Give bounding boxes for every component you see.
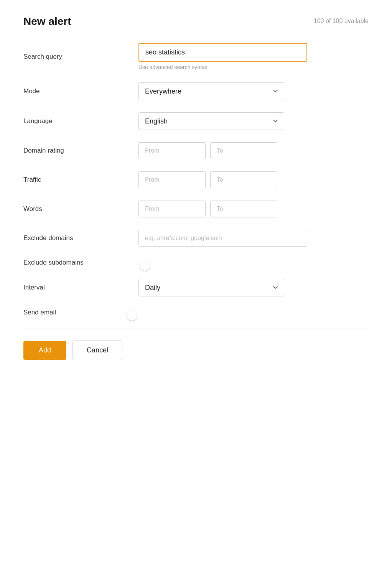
exclude-subdomains-area [138, 259, 369, 266]
add-button[interactable]: Add [23, 341, 66, 360]
cancel-button[interactable]: Cancel [72, 341, 122, 360]
domain-rating-to[interactable] [210, 142, 277, 159]
mode-area: Everywhere In title In URL In content [138, 82, 369, 100]
traffic-label: Traffic [23, 176, 138, 184]
domain-rating-from[interactable] [138, 142, 206, 159]
send-email-knob [127, 311, 137, 321]
traffic-to[interactable] [210, 171, 277, 188]
traffic-row: Traffic [23, 171, 369, 188]
send-email-area [138, 309, 369, 316]
domain-rating-area [138, 142, 369, 159]
mode-label: Mode [23, 87, 138, 95]
search-query-row: Search query Use advanced search syntax [23, 43, 369, 70]
words-from[interactable] [138, 201, 206, 217]
words-range [138, 201, 369, 217]
language-area: English Spanish French German Chinese [138, 112, 369, 130]
exclude-subdomains-label: Exclude subdomains [23, 259, 138, 267]
send-email-row: Send email [23, 309, 369, 316]
traffic-area [138, 171, 369, 188]
exclude-domains-label: Exclude domains [23, 234, 138, 242]
exclude-domains-row: Exclude domains [23, 230, 369, 247]
domain-rating-row: Domain rating [23, 142, 369, 159]
search-query-input[interactable] [138, 43, 307, 62]
language-select[interactable]: English Spanish French German Chinese [138, 112, 284, 130]
available-count: 100 of 100 available [314, 15, 369, 25]
domain-rating-range [138, 142, 369, 159]
mode-row: Mode Everywhere In title In URL In conte… [23, 82, 369, 100]
header-row: New alert 100 of 100 available [23, 15, 369, 28]
search-query-label: Search query [23, 53, 138, 61]
traffic-range [138, 171, 369, 188]
exclude-subdomains-knob [140, 261, 150, 271]
interval-select[interactable]: Daily Weekly Monthly [138, 279, 284, 296]
interval-area: Daily Weekly Monthly [138, 279, 369, 296]
traffic-from[interactable] [138, 171, 206, 188]
search-hint: Use advanced search syntax [138, 64, 369, 70]
domain-rating-label: Domain rating [23, 147, 138, 155]
exclude-domains-area [138, 230, 369, 247]
interval-label: Interval [23, 284, 138, 291]
new-alert-form: New alert 100 of 100 available Search qu… [23, 15, 369, 360]
footer-buttons: Add Cancel [23, 341, 369, 360]
exclude-domains-input[interactable] [138, 230, 307, 247]
send-email-label: Send email [23, 309, 138, 316]
words-area [138, 201, 369, 217]
mode-select[interactable]: Everywhere In title In URL In content [138, 82, 284, 100]
words-label: Words [23, 205, 138, 213]
search-query-area: Use advanced search syntax [138, 43, 369, 70]
words-row: Words [23, 201, 369, 217]
interval-row: Interval Daily Weekly Monthly [23, 279, 369, 296]
page-title: New alert [23, 15, 71, 28]
exclude-subdomains-row: Exclude subdomains [23, 259, 369, 267]
words-to[interactable] [210, 201, 277, 217]
footer-divider [23, 329, 369, 329]
language-row: Language English Spanish French German C… [23, 112, 369, 130]
language-label: Language [23, 117, 138, 125]
